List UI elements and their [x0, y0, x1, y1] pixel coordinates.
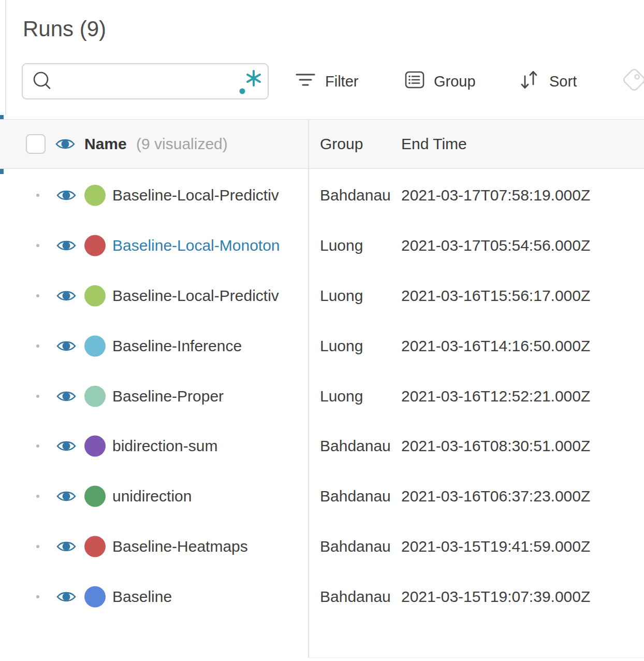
run-color-dot[interactable] [84, 285, 106, 306]
drag-handle[interactable] [36, 444, 39, 448]
run-color-dot[interactable] [84, 436, 106, 457]
column-resize-handle[interactable] [308, 119, 309, 658]
run-group: Luong [320, 387, 363, 405]
filter-button[interactable]: Filter [295, 63, 358, 99]
drag-handle[interactable] [36, 194, 39, 197]
visibility-eye-icon[interactable] [56, 539, 77, 554]
visibility-eye-icon[interactable] [56, 339, 77, 353]
visibility-eye-icon[interactable] [56, 489, 77, 504]
run-name[interactable]: Baseline-Heatmaps [112, 538, 248, 555]
run-end-time: 2021-03-17T07:58:19.000Z [401, 186, 590, 204]
run-row[interactable]: Baseline-Local-Predictiv Bahdanau 2021-0… [0, 170, 644, 221]
run-group: Bahdanau [320, 186, 391, 204]
search-icon [31, 70, 54, 93]
runs-rows: Baseline-Local-Predictiv Bahdanau 2021-0… [0, 170, 644, 622]
sort-button[interactable]: Sort [519, 63, 577, 99]
run-name[interactable]: Baseline [112, 588, 172, 606]
visibility-eye-icon[interactable] [56, 238, 77, 253]
run-name[interactable]: Baseline-Proper [112, 387, 224, 405]
select-all-checkbox[interactable] [26, 134, 46, 154]
run-name[interactable]: Baseline-Local-Predictiv [112, 186, 279, 204]
drag-handle[interactable] [36, 294, 39, 297]
sort-icon [519, 69, 540, 94]
run-group: Bahdanau [320, 588, 391, 606]
drag-handle[interactable] [36, 244, 39, 247]
runs-panel: Runs (9) [0, 0, 644, 661]
page-title: Runs (9) [23, 17, 106, 41]
visibility-eye-icon[interactable] [56, 439, 77, 453]
run-row[interactable]: Baseline-Local-Predictiv Luong 2021-03-1… [0, 271, 644, 321]
run-color-dot[interactable] [84, 385, 106, 407]
filter-label: Filter [325, 73, 358, 90]
drag-handle[interactable] [36, 344, 39, 348]
name-column-header: Name (9 visualized) [84, 135, 228, 153]
visualized-count-label: (9 visualized) [136, 135, 228, 152]
search-box [22, 63, 269, 99]
run-row[interactable]: bidirection-sum Bahdanau 2021-03-16T08:3… [0, 421, 644, 471]
run-group: Bahdanau [320, 487, 391, 505]
run-row[interactable]: Baseline Bahdanau 2021-03-15T19:07:39.00… [0, 571, 644, 622]
drag-handle[interactable] [36, 595, 39, 598]
run-row[interactable]: unidirection Bahdanau 2021-03-16T06:37:2… [0, 471, 644, 522]
table-header: Name (9 visualized) Group End Time [0, 119, 644, 169]
run-group: Luong [320, 337, 363, 355]
drag-handle[interactable] [36, 395, 39, 398]
tag-icon [619, 64, 644, 99]
run-end-time: 2021-03-16T15:56:17.000Z [401, 287, 590, 305]
run-end-time: 2021-03-17T05:54:56.000Z [401, 237, 590, 254]
tag-button[interactable] [619, 63, 644, 99]
run-end-time: 2021-03-16T12:52:21.000Z [401, 387, 590, 405]
end-time-column-header: End Time [401, 135, 467, 153]
group-button[interactable]: Group [405, 63, 476, 99]
run-color-dot[interactable] [84, 536, 106, 557]
run-color-dot[interactable] [84, 586, 106, 607]
run-color-dot[interactable] [84, 235, 106, 256]
filter-icon [295, 73, 316, 90]
search-input[interactable] [54, 64, 238, 98]
run-group: Bahdanau [320, 538, 391, 555]
visibility-eye-icon[interactable] [56, 590, 77, 604]
run-row[interactable]: Baseline-Inference Luong 2021-03-16T14:1… [0, 321, 644, 371]
sort-label: Sort [549, 73, 577, 90]
run-name[interactable]: unidirection [112, 487, 192, 505]
table-bottom-border [308, 657, 644, 658]
run-end-time: 2021-03-15T19:41:59.000Z [401, 538, 590, 555]
run-name[interactable]: Baseline-Inference [112, 337, 242, 355]
run-group: Luong [320, 287, 363, 305]
visibility-eye-icon[interactable] [56, 188, 77, 203]
run-row[interactable]: Baseline-Heatmaps Bahdanau 2021-03-15T19… [0, 522, 644, 572]
run-end-time: 2021-03-16T08:30:51.000Z [401, 437, 590, 455]
run-row[interactable]: Baseline-Proper Luong 2021-03-16T12:52:2… [0, 371, 644, 421]
panel-left-border [5, 0, 6, 115]
name-column-label: Name [84, 135, 127, 152]
run-color-dot[interactable] [84, 185, 106, 206]
drag-handle[interactable] [36, 495, 39, 498]
run-end-time: 2021-03-16T06:37:23.000Z [401, 487, 590, 505]
visibility-eye-icon[interactable] [56, 389, 77, 404]
run-name[interactable]: Baseline-Local-Predictiv [112, 287, 279, 305]
run-group: Luong [320, 237, 363, 254]
run-color-dot[interactable] [84, 335, 106, 356]
visibility-eye-icon[interactable] [56, 289, 77, 303]
run-color-dot[interactable] [84, 486, 106, 507]
group-column-header: Group [320, 135, 363, 153]
run-end-time: 2021-03-15T19:07:39.000Z [401, 588, 590, 606]
run-row[interactable]: Baseline-Local-Monoton Luong 2021-03-17T… [0, 221, 644, 271]
run-name[interactable]: bidirection-sum [112, 437, 217, 455]
run-name[interactable]: Baseline-Local-Monoton [112, 237, 280, 254]
group-icon [405, 71, 425, 92]
visibility-all-eye-icon[interactable] [55, 137, 76, 151]
run-end-time: 2021-03-16T14:16:50.000Z [401, 337, 590, 355]
group-label: Group [434, 73, 476, 90]
run-group: Bahdanau [320, 437, 391, 455]
regex-toggle-icon[interactable] [238, 67, 261, 96]
drag-handle[interactable] [36, 545, 39, 548]
